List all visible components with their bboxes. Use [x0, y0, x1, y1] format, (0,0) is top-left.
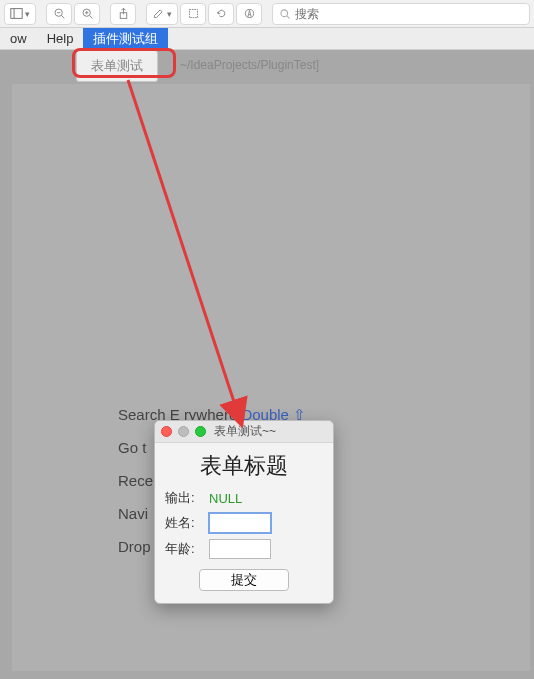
- svg-rect-11: [189, 9, 197, 17]
- rotate-icon: [215, 7, 228, 20]
- markup-icon: [243, 7, 256, 20]
- close-icon[interactable]: [161, 426, 172, 437]
- menu-item-plugin-test-group[interactable]: 插件测试组: [83, 28, 168, 49]
- zoom-in-icon: [81, 7, 94, 20]
- submit-button[interactable]: 提交: [199, 569, 289, 591]
- sidebar-toggle-button[interactable]: ▾: [4, 3, 36, 25]
- name-input[interactable]: [209, 513, 271, 533]
- rotate-button[interactable]: [208, 3, 234, 25]
- markup-button[interactable]: [236, 3, 262, 25]
- svg-point-14: [281, 9, 288, 16]
- svg-line-6: [89, 16, 92, 19]
- maximize-icon[interactable]: [195, 426, 206, 437]
- age-label: 年龄:: [165, 540, 201, 558]
- search-icon: [279, 8, 291, 20]
- svg-line-15: [287, 15, 290, 18]
- share-button[interactable]: [110, 3, 136, 25]
- dialog-title: 表单标题: [165, 451, 323, 481]
- form-test-dialog: 表单测试~~ 表单标题 输出: NULL 姓名: 年龄: 提交: [154, 420, 334, 604]
- zoom-in-button[interactable]: [74, 3, 100, 25]
- name-label: 姓名:: [165, 514, 201, 532]
- path-bar: ~/IdeaProjects/PluginTest]: [180, 58, 319, 72]
- dialog-window-title: 表单测试~~: [214, 423, 276, 440]
- menu-item-help[interactable]: Help: [37, 28, 84, 49]
- output-label: 输出:: [165, 489, 201, 507]
- svg-rect-0: [11, 9, 22, 19]
- menubar: ow Help 插件测试组: [0, 28, 534, 50]
- zoom-out-icon: [53, 7, 66, 20]
- search-input[interactable]: [295, 7, 523, 21]
- edit-button[interactable]: ▾: [146, 3, 178, 25]
- top-toolbar: ▾ ▾: [0, 0, 534, 28]
- crop-icon: [187, 7, 200, 20]
- zoom-out-button[interactable]: [46, 3, 72, 25]
- crop-button[interactable]: [180, 3, 206, 25]
- svg-line-3: [61, 16, 64, 19]
- age-input[interactable]: [209, 539, 271, 559]
- panel-icon: [10, 7, 23, 20]
- menu-item-ow[interactable]: ow: [0, 28, 37, 49]
- submenu-form-test[interactable]: 表单测试: [76, 50, 158, 82]
- minimize-icon[interactable]: [178, 426, 189, 437]
- pencil-icon: [152, 7, 165, 20]
- dialog-titlebar[interactable]: 表单测试~~: [155, 421, 333, 443]
- share-icon: [117, 7, 130, 20]
- output-value: NULL: [209, 491, 242, 506]
- search-box[interactable]: [272, 3, 530, 25]
